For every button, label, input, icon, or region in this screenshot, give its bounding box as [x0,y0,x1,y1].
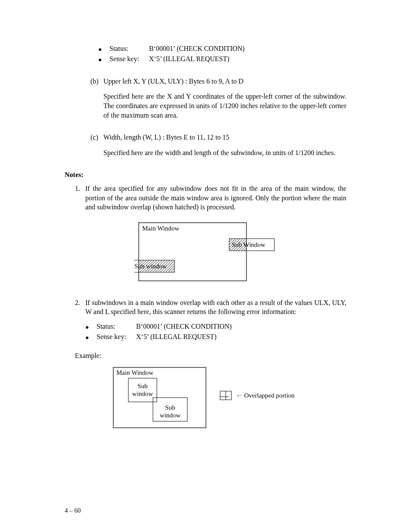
diagram-2-sub2: Sub window [159,404,181,419]
item-b-title: Upper left X, Y (ULX, ULY) : Bytes 6 to … [103,77,346,86]
status-line-2: ● Status: B‘00001’ (CHECK CONDITION) [85,322,346,331]
diagram-1: Main Window Sub Window Sub window [134,221,277,285]
page-number: 4 – 60 [65,506,81,515]
sense-line-2: ● Sense key: X‘5’ (ILLEGAL REQUEST) [85,332,346,342]
status-label: Status: [109,44,149,53]
item-b-mark: (b) [90,77,103,120]
item-b: (b) Upper left X, Y (ULX, ULY) : Bytes 6… [90,77,346,120]
diagram-1-sub-left: Sub window [134,263,167,270]
example-heading: Example: [75,351,346,361]
item-c: (c) Width, length (W, L) : Bytes E to 11… [90,133,346,157]
status-line: ● Status: B‘00001’ (CHECK CONDITION) [98,44,346,53]
sense-label: Sense key: [109,54,149,64]
bullet-icon: ● [98,56,109,64]
note-2-para: If subwindows in a main window overlap w… [85,299,346,316]
diagram-1-main-label: Main Window [142,225,179,232]
note-1-mark: 1. [75,184,85,212]
note-2: 2. If subwindows in a main window overla… [75,298,346,439]
diagram-2: Main Window Sub window Sub window ← Over… [111,365,309,430]
diagram-2-arrow: ← Overlapped portion [236,392,295,399]
status-label-2: Status: [97,322,136,331]
sense-line: ● Sense key: X‘5’ (ILLEGAL REQUEST) [98,54,346,64]
bullet-icon: ● [98,46,109,54]
item-b-para: Specified here are the X and Y coordinat… [103,92,346,120]
item-c-para: Specified here are the width and length … [103,148,346,158]
sense-value-2: X‘5’ (ILLEGAL REQUEST) [136,332,217,342]
status-value: B‘00001’ (CHECK CONDITION) [149,44,245,53]
item-c-mark: (c) [90,133,103,157]
item-a-bullets: ● Status: B‘00001’ (CHECK CONDITION) ● S… [98,44,346,64]
sense-value: X‘5’ (ILLEGAL REQUEST) [149,54,230,64]
diagram-2-sub1: Sub window [132,383,153,398]
notes-heading: Notes: [65,170,346,180]
sense-label-2: Sense key: [97,332,136,342]
item-c-title: Width, length (W, L) : Bytes E to 11, 12… [103,133,346,142]
page: ● Status: B‘00001’ (CHECK CONDITION) ● S… [0,0,411,532]
note-1-para: If the area specified for any subwindow … [85,184,346,212]
bullet-icon: ● [85,334,97,342]
diagram-1-sub-right: Sub Window [232,241,265,249]
status-value-2: B‘00001’ (CHECK CONDITION) [136,322,232,331]
diagram-2-main-label: Main Window [116,369,153,376]
note-2-mark: 2. [75,298,85,439]
bullet-icon: ● [85,324,97,332]
note-1: 1. If the area specified for any subwind… [75,184,346,212]
